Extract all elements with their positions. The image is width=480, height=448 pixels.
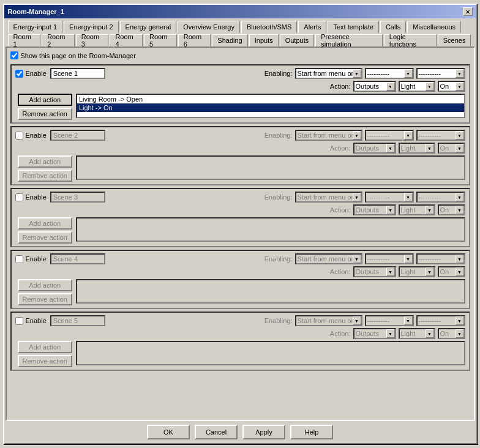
scene-enable-checkbox-5[interactable]	[15, 317, 23, 325]
select-5-act-dd1[interactable]: Outputs▼	[353, 328, 396, 339]
tab-alerts[interactable]: Alerts	[298, 21, 326, 33]
select-2-en-dd3[interactable]: ----------▼	[416, 130, 465, 141]
tab-text-template[interactable]: Text template	[328, 21, 378, 33]
tab-inputs[interactable]: Inputs	[249, 34, 279, 47]
scene-block-3: EnableEnabling:Start from menu on▼------…	[10, 188, 470, 247]
action-item[interactable]: Living Room -> Open	[77, 95, 464, 103]
select-5-act-dd2[interactable]: Light▼	[399, 328, 435, 339]
ok-button[interactable]: OK	[147, 425, 190, 439]
tab-logic-functions[interactable]: Logic functions	[384, 34, 437, 47]
tab-energy-general[interactable]: Energy general	[120, 21, 177, 33]
select-3-en-dd1[interactable]: Start from menu on▼	[295, 192, 362, 203]
dropdown-arrow-5-en-dd1: ▼	[353, 316, 361, 325]
btns-col-3: Add actionRemove action	[18, 217, 72, 244]
select-4-en-dd1[interactable]: Start from menu on▼	[295, 253, 362, 264]
apply-button[interactable]: Apply	[242, 425, 285, 439]
tab-scenes[interactable]: Scenes	[438, 34, 471, 47]
tab-room-6[interactable]: Room 6	[178, 34, 211, 47]
remove-action-button-4[interactable]: Remove action	[18, 293, 72, 305]
scene-enable-checkbox-4[interactable]	[15, 255, 23, 263]
select-1-en-dd3[interactable]: ----------▼	[416, 68, 465, 79]
select-2-act-dd2[interactable]: Light▼	[399, 143, 435, 154]
select-5-en-dd3[interactable]: ----------▼	[416, 315, 465, 326]
select-2-en-dd1[interactable]: Start from menu on▼	[295, 130, 362, 141]
actions-list-2[interactable]	[76, 155, 465, 180]
scene-name-input-2[interactable]	[50, 130, 105, 141]
dropdown-arrow-5-act-dd2: ▼	[426, 329, 434, 338]
remove-action-button-5[interactable]: Remove action	[18, 355, 72, 367]
actions-list-5[interactable]	[76, 341, 465, 365]
tab-outputs[interactable]: Outputs	[280, 34, 315, 47]
actions-list-4[interactable]	[76, 279, 465, 304]
tab-bluetooth/sms[interactable]: Bluetooth/SMS	[241, 21, 297, 33]
tab-overview-energy[interactable]: Overview Energy	[178, 21, 240, 33]
show-page-text: Show this page on the Room-Manager	[21, 52, 136, 59]
select-1-en-dd1[interactable]: Start from menu on▼	[295, 68, 362, 79]
scene-enable-label-4[interactable]: Enable	[15, 255, 47, 263]
select-1-act-dd2[interactable]: Light▼	[399, 81, 435, 92]
show-page-checkbox[interactable]	[10, 51, 18, 59]
dropdown-arrow-5-act-dd3: ▼	[456, 329, 464, 338]
scene-name-input-5[interactable]	[50, 315, 105, 326]
remove-action-button-2[interactable]: Remove action	[18, 170, 72, 182]
tab-energy-input-2[interactable]: Energy-input 2	[64, 21, 119, 33]
remove-action-button-1[interactable]: Remove action	[18, 108, 72, 120]
add-action-button-1[interactable]: Add action	[18, 94, 72, 106]
scene-enable-checkbox-2[interactable]	[15, 132, 23, 140]
scene-enable-label-2[interactable]: Enable	[15, 132, 47, 140]
enabling-row-3: Enabling:Start from menu on▼----------▼-…	[264, 192, 465, 203]
select-1-act-dd1[interactable]: Outputs▼	[353, 81, 396, 92]
add-action-button-4[interactable]: Add action	[18, 279, 72, 291]
actions-list-1[interactable]: Living Room -> OpenLight -> On	[76, 94, 465, 118]
action-label-2: Action:	[330, 144, 351, 152]
show-page-label[interactable]: Show this page on the Room-Manager	[10, 51, 136, 59]
tab-energy-input-1[interactable]: Energy-input 1	[8, 21, 63, 33]
scene-name-input-3[interactable]	[50, 192, 105, 203]
tab-room-1[interactable]: Room 1	[8, 34, 41, 47]
select-5-act-dd3[interactable]: On▼	[438, 328, 465, 339]
scene-enable-checkbox-3[interactable]	[15, 193, 23, 201]
enabling-label-5: Enabling:	[264, 317, 293, 324]
tab-miscellaneous[interactable]: Miscellaneous	[407, 21, 461, 33]
select-4-en-dd3[interactable]: ----------▼	[416, 253, 465, 264]
select-3-act-dd1[interactable]: Outputs▼	[353, 204, 396, 215]
tab-room-4[interactable]: Room 4	[110, 34, 143, 47]
select-2-act-dd1[interactable]: Outputs▼	[353, 143, 396, 154]
select-1-act-dd3[interactable]: On▼	[438, 81, 465, 92]
select-3-act-dd2[interactable]: Light▼	[399, 204, 435, 215]
scene-enable-label-1[interactable]: Enable	[15, 70, 47, 78]
select-4-act-dd1[interactable]: Outputs▼	[353, 266, 396, 277]
select-2-en-dd2[interactable]: ----------▼	[365, 130, 414, 141]
cancel-button[interactable]: Cancel	[195, 425, 238, 439]
tab-room-3[interactable]: Room 3	[76, 34, 109, 47]
tab-room-2[interactable]: Room 2	[42, 34, 75, 47]
close-button[interactable]: ✕	[463, 7, 473, 16]
scene-name-input-4[interactable]	[50, 253, 105, 264]
help-button[interactable]: Help	[290, 425, 333, 439]
add-action-button-5[interactable]: Add action	[18, 341, 72, 353]
actions-list-3[interactable]	[76, 217, 465, 242]
select-3-en-dd3[interactable]: ----------▼	[416, 192, 465, 203]
scene-enable-checkbox-1[interactable]	[15, 70, 23, 78]
select-4-act-dd2[interactable]: Light▼	[399, 266, 435, 277]
remove-action-button-3[interactable]: Remove action	[18, 231, 72, 244]
select-4-act-dd3[interactable]: On▼	[438, 266, 465, 277]
select-1-en-dd2[interactable]: ----------▼	[365, 68, 414, 79]
add-action-button-2[interactable]: Add action	[18, 155, 72, 168]
tab-shading[interactable]: Shading	[212, 34, 247, 47]
select-5-en-dd2[interactable]: ----------▼	[365, 315, 414, 326]
dropdown-arrow-4-en-dd3: ▼	[456, 255, 464, 263]
select-4-en-dd2[interactable]: ----------▼	[365, 253, 414, 264]
select-3-en-dd2[interactable]: ----------▼	[365, 192, 414, 203]
tab-room-5[interactable]: Room 5	[144, 34, 177, 47]
select-3-act-dd3[interactable]: On▼	[438, 204, 465, 215]
add-action-button-3[interactable]: Add action	[18, 217, 72, 230]
action-item[interactable]: Light -> On	[77, 103, 464, 112]
tab-presence-simulation[interactable]: Presence simulation	[315, 34, 383, 47]
scene-name-input-1[interactable]	[50, 68, 105, 79]
scene-enable-label-5[interactable]: Enable	[15, 317, 47, 325]
select-2-act-dd3[interactable]: On▼	[438, 143, 465, 154]
scene-enable-label-3[interactable]: Enable	[15, 193, 47, 201]
tab-calls[interactable]: Calls	[380, 21, 406, 33]
select-5-en-dd1[interactable]: Start from menu on▼	[295, 315, 362, 326]
